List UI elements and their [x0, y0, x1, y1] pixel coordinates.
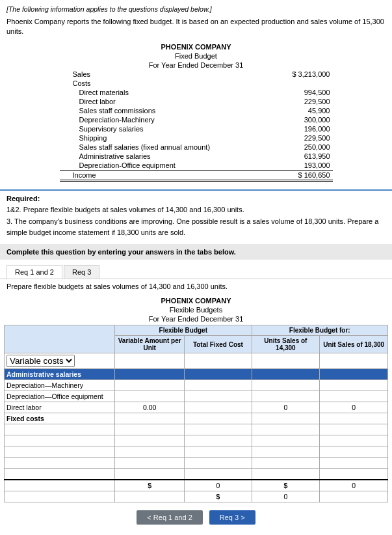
fixed-row-2-label[interactable] — [5, 435, 115, 446]
direct-labor-u1-input[interactable] — [254, 404, 318, 411]
depr-office-tf-input[interactable] — [187, 392, 249, 400]
tabs-container: Req 1 and 2 Req 3 — [0, 262, 392, 279]
fixed-row-1-u2[interactable] — [320, 424, 388, 435]
admin-salaries-u1-input[interactable] — [254, 370, 318, 378]
fixed-row-1-u2-input[interactable] — [322, 426, 385, 433]
fixed-row-2-u1-input[interactable] — [254, 437, 318, 445]
depr-office-tf[interactable] — [185, 391, 252, 402]
fixed-row-4-tf-input[interactable] — [187, 459, 249, 467]
fixed-row-5-label[interactable] — [5, 469, 115, 480]
depr-machinery-tf[interactable] — [185, 380, 252, 391]
fixed-row-5-va-input[interactable] — [117, 470, 182, 478]
variable-costs-dropdown-cell[interactable]: Variable costs — [5, 353, 115, 369]
fixed-row-2-u1[interactable] — [252, 435, 320, 446]
fixed-row-5-u1[interactable] — [252, 469, 320, 480]
admin-salaries-va[interactable] — [115, 369, 185, 380]
fixed-row-5-tf[interactable] — [185, 469, 252, 480]
req1-text: 1&2. Prepare flexible budgets at sales v… — [7, 204, 385, 215]
fixed-row-1-tf-input[interactable] — [187, 426, 249, 433]
depr-machinery-va-input[interactable] — [117, 381, 182, 389]
fixed-row-4-u2[interactable] — [320, 458, 388, 469]
fixed-row-3-u2-input[interactable] — [322, 448, 385, 456]
fixed-row-3-u1-input[interactable] — [254, 448, 318, 456]
fixed-row-1-va-input[interactable] — [117, 426, 182, 433]
admin-salaries-tf[interactable] — [185, 369, 252, 380]
fixed-row-5-u2-input[interactable] — [322, 470, 385, 478]
fixed-row-4-label-input[interactable] — [7, 459, 112, 467]
fixed-row-5-va[interactable] — [115, 469, 185, 480]
fixed-row-4-va[interactable] — [115, 458, 185, 469]
direct-labor-va[interactable] — [115, 402, 185, 413]
fixed-row-2-tf-input[interactable] — [187, 437, 249, 445]
prev-button[interactable]: < Req 1 and 2 — [137, 510, 202, 525]
admin-salaries-va-input[interactable] — [117, 370, 182, 378]
depr-office-u1-input[interactable] — [254, 392, 318, 400]
fixed-row-1-u1-input[interactable] — [254, 426, 318, 433]
fixed-row-5-u2[interactable] — [320, 469, 388, 480]
fixed-row-4-u1-input[interactable] — [254, 459, 318, 467]
fixed-row-1-va[interactable] — [115, 424, 185, 435]
fixed-row-3-tf[interactable] — [185, 446, 252, 458]
fixed-row-3-label-input[interactable] — [7, 448, 112, 456]
fixed-row-4-u1[interactable] — [252, 458, 320, 469]
depr-machinery-va[interactable] — [115, 380, 185, 391]
fixed-row-4-u2-input[interactable] — [322, 459, 385, 467]
fixed-row-3-u2[interactable] — [320, 446, 388, 458]
fixed-row-3-tf-input[interactable] — [187, 448, 249, 456]
fixed-row-1-label-input[interactable] — [7, 426, 112, 433]
fixed-row-3-va-input[interactable] — [117, 448, 182, 456]
direct-labor-tf-input[interactable] — [187, 404, 249, 411]
admin-salaries-u2-input[interactable] — [322, 370, 385, 378]
fixed-row-2-va-input[interactable] — [117, 437, 182, 445]
depr-machinery-u2-input[interactable] — [322, 381, 385, 389]
direct-labor-va-input[interactable] — [117, 404, 182, 411]
depr-machinery-u1-input[interactable] — [254, 381, 318, 389]
fixed-row-4-label[interactable] — [5, 458, 115, 469]
fixed-row-5-u1-input[interactable] — [254, 470, 318, 478]
variable-costs-select[interactable]: Variable costs — [7, 355, 75, 367]
fixed-row-2-label-input[interactable] — [7, 437, 112, 445]
depr-office-va[interactable] — [115, 391, 185, 402]
fixed-row-1-label[interactable] — [5, 424, 115, 435]
fixed-row-2-va[interactable] — [115, 435, 185, 446]
direct-labor-label: Direct labor — [5, 402, 115, 413]
fixed-row-2-u2-input[interactable] — [322, 437, 385, 445]
total-v1[interactable] — [185, 480, 252, 491]
fixed-row-2-tf[interactable] — [185, 435, 252, 446]
tab-req3[interactable]: Req 3 — [64, 265, 99, 279]
admin-salaries-tf-input[interactable] — [187, 370, 249, 378]
total-v2-input[interactable] — [322, 482, 385, 489]
depr-machinery-u1[interactable] — [252, 380, 320, 391]
direct-labor-tf[interactable] — [185, 402, 252, 413]
depr-machinery-tf-input[interactable] — [187, 381, 249, 389]
fixed-row-5-label-input[interactable] — [7, 470, 112, 478]
fixed-row-5-tf-input[interactable] — [187, 470, 249, 478]
fixed-row-4-tf[interactable] — [185, 458, 252, 469]
fixed-row-3-label[interactable] — [5, 446, 115, 458]
fixed-row-4-va-input[interactable] — [117, 459, 182, 467]
admin-salaries-u1[interactable] — [252, 369, 320, 380]
tab-req1and2[interactable]: Req 1 and 2 — [7, 265, 62, 279]
depr-office-va-input[interactable] — [117, 392, 182, 400]
depr-machinery-u2[interactable] — [320, 380, 388, 391]
fixed-row-3-va[interactable] — [115, 446, 185, 458]
direct-labor-u2-input[interactable] — [322, 404, 385, 411]
fixed-row-3-u1[interactable] — [252, 446, 320, 458]
direct-labor-u1[interactable] — [252, 402, 320, 413]
direct-labor-u2[interactable] — [320, 402, 388, 413]
next-button[interactable]: Req 3 > — [209, 510, 255, 525]
cost-item-0: Direct materials — [60, 88, 264, 97]
fixed-row-1-tf[interactable] — [185, 424, 252, 435]
total2-v2-input[interactable] — [254, 493, 318, 501]
fixed-row-2-u2[interactable] — [320, 435, 388, 446]
depr-office-u1[interactable] — [252, 391, 320, 402]
total-v1-input[interactable] — [187, 482, 249, 489]
total-dollar2: $ — [252, 480, 320, 491]
depr-office-u2-input[interactable] — [322, 392, 385, 400]
total2-v2[interactable] — [252, 491, 320, 502]
fixed-row-1-u1[interactable] — [252, 424, 320, 435]
depr-office-u2[interactable] — [320, 391, 388, 402]
total-v2[interactable] — [320, 480, 388, 491]
req-instruction: Prepare flexible budgets at sales volume… — [0, 279, 392, 294]
admin-salaries-u2[interactable] — [320, 369, 388, 380]
